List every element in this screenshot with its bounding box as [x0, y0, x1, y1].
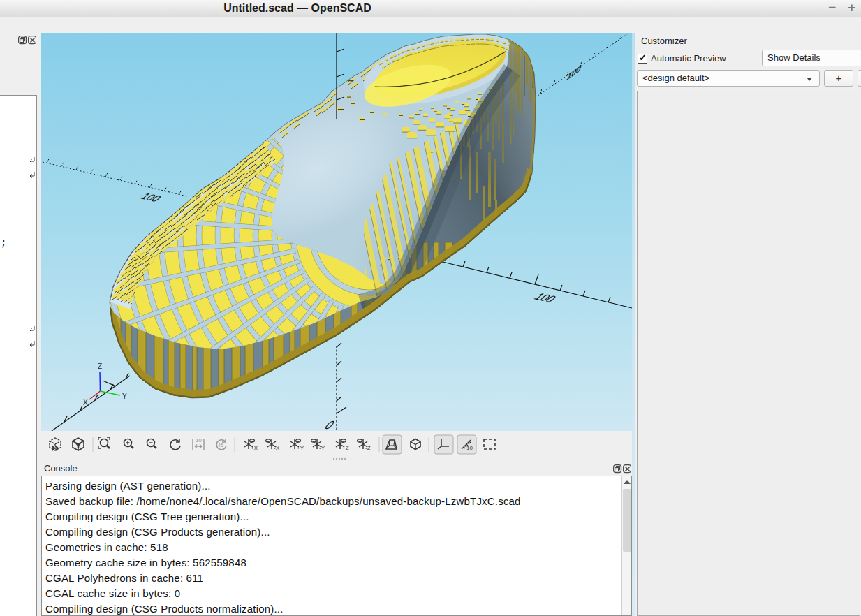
svg-text:Z: Z [98, 362, 102, 370]
svg-text:10: 10 [466, 445, 473, 451]
svg-text:X: X [83, 399, 88, 406]
svg-text:Y: Y [122, 393, 127, 400]
svg-text:+Z: +Z [342, 445, 349, 451]
svg-text:+Y: +Y [297, 445, 304, 451]
svg-text:-Y: -Y [319, 445, 325, 451]
svg-text:+X: +X [251, 445, 258, 451]
svg-text:-Z: -Z [365, 445, 371, 451]
svg-text:10: 10 [196, 437, 202, 443]
svg-text:45: 45 [218, 443, 223, 448]
svg-text:-X: -X [274, 445, 280, 451]
